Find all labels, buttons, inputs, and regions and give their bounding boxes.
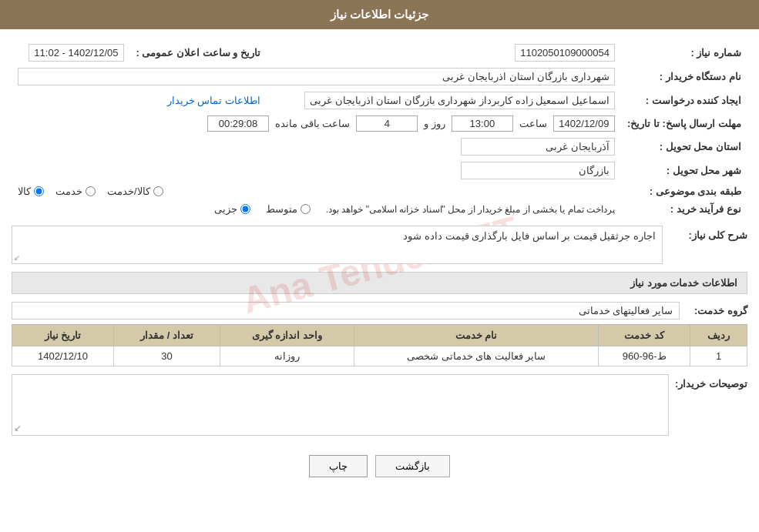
shahr-value: بازرگان <box>12 159 621 182</box>
namDastgah-value: شهرداری بازرگان استان اذربایجان غربی <box>12 65 621 89</box>
tosifKharidar-label: توصیحات خریدار: <box>675 374 747 390</box>
radio-kala-input[interactable] <box>34 186 44 196</box>
shomareNiaz-value: 1102050109000054 <box>282 41 621 65</box>
notice-text: پرداخت تمام یا بخشی از مبلغ خریدار از مح… <box>326 204 615 215</box>
col-name: نام خدمت <box>354 325 598 346</box>
tabaqe-label: طبقه بندی موضوعی : <box>621 182 747 200</box>
radio-kala-khadamat-input[interactable] <box>153 186 163 196</box>
namDastgah-box: شهرداری بازرگان استان اذربایجان غربی <box>18 68 615 85</box>
table-row: 1 ط-96-960 سایر فعالیت های خدماتی شخصی ر… <box>12 346 747 366</box>
group-khadamat-row: گروه خدمت: سایر فعالیتهای خدماتی <box>12 302 747 320</box>
mandeBaqiLabel: ساعت باقی مانده <box>275 118 350 129</box>
radio-kala-khadamat: کالا/خدمت <box>107 186 163 197</box>
cell-tarikh: 1402/12/10 <box>12 346 114 366</box>
page-header: جزئیات اطلاعات نیاز <box>0 0 759 29</box>
print-button[interactable]: چاپ <box>309 455 368 477</box>
radio-khadamat: خدمت <box>55 186 96 197</box>
radio-jozi-label: جزیی <box>214 203 237 215</box>
cell-vahed: روزانه <box>220 346 354 366</box>
button-bar: بازگشت چاپ <box>12 443 747 489</box>
tosifKharidar-container: ↙ <box>12 374 669 436</box>
page-title: جزئیات اطلاعات نیاز <box>331 8 428 21</box>
shomareNiaz-label: شماره نیاز : <box>621 41 747 65</box>
noeFarayand-label: نوع فرآیند خرید : <box>621 200 747 218</box>
ettelaatTamas-link[interactable]: اطلاعات تماس خریدار <box>167 95 260 106</box>
col-vahed: واحد اندازه گیری <box>220 325 354 346</box>
ijadKonande-box: اسماعیل اسمعیل زاده کاربرداز شهرداری باز… <box>304 92 615 109</box>
radio-khadamat-label: خدمت <box>55 186 82 197</box>
cell-radif: 1 <box>690 346 747 366</box>
khadamat-section-title: اطلاعات خدمات مورد نیاز <box>12 272 747 294</box>
saatLabel: ساعت <box>519 118 547 129</box>
radio-kala-khadamat-label: کالا/خدمت <box>107 186 150 197</box>
rozLabel: روز و <box>424 118 445 129</box>
tosifKharidar-box: ↙ <box>12 374 669 436</box>
mandeBaqi-box: 00:29:08 <box>207 115 269 132</box>
radio-motavasset-label: متوسط <box>266 203 297 215</box>
tarikhVaSaat-label: تاریخ و ساعت اعلان عمومی : <box>130 41 267 65</box>
sharhKolli-value: اجاره جرثقیل قیمت بر اساس فایل بارگذاری … <box>403 230 656 242</box>
ostan-box: آذربایجان غربی <box>461 138 615 156</box>
cell-name: سایر فعالیت های خدماتی شخصی <box>354 346 598 366</box>
col-tarikh: تاریخ نیاز <box>12 325 114 346</box>
sharh-kolli-row: شرح کلی نیاز: اجاره جرثقیل قیمت بر اساس … <box>12 226 747 264</box>
namDastgah-label: نام دستگاه خریدار : <box>621 65 747 89</box>
resize-icon-2: ↙ <box>14 423 22 433</box>
sharhKolli-box: اجاره جرثقیل قیمت بر اساس فایل بارگذاری … <box>12 226 663 264</box>
radio-khadamat-input[interactable] <box>86 186 96 196</box>
cell-kod: ط-96-960 <box>599 346 690 366</box>
ijadKonande-label: ایجاد کننده درخواست : <box>621 89 747 112</box>
shomareNiaz-box: 1102050109000054 <box>515 44 615 62</box>
saat-box: 13:00 <box>452 115 513 132</box>
radio-kala: کالا <box>18 186 44 197</box>
ostan-value: آذربایجان غربی <box>12 135 621 159</box>
cell-tedad: 30 <box>113 346 220 366</box>
mohlat-label: مهلت ارسال پاسخ: تا تاریخ: <box>621 112 747 135</box>
groupKhadamat-value: سایر فعالیتهای خدماتی <box>12 302 680 320</box>
radio-kala-label: کالا <box>18 186 31 197</box>
col-tedad: تعداد / مقدار <box>113 325 220 346</box>
tarikhVaSaat-value: 1402/12/05 - 11:02 <box>12 41 130 65</box>
col-kod: کد خدمت <box>599 325 690 346</box>
services-table: ردیف کد خدمت نام خدمت واحد اندازه گیری ت… <box>12 324 747 366</box>
shahr-box: بازرگان <box>461 162 615 179</box>
radio-motavasset-input[interactable] <box>301 204 311 214</box>
ostan-label: استان محل تحویل : <box>621 135 747 159</box>
radio-jozi: جزیی <box>214 203 250 215</box>
radio-jozi-input[interactable] <box>240 204 250 214</box>
shahr-label: شهر محل تحویل : <box>621 159 747 182</box>
tarikhVaSaat-box: 1402/12/05 - 11:02 <box>29 44 123 62</box>
tabaqe-radios: کالا/خدمت خدمت کالا <box>12 182 621 200</box>
buyer-desc-row: توصیحات خریدار: ↙ <box>12 374 747 436</box>
top-info-table: شماره نیاز : 1102050109000054 تاریخ و سا… <box>12 41 747 218</box>
col-radif: ردیف <box>690 325 747 346</box>
radio-motavasset: متوسط <box>266 203 311 215</box>
resize-icon: ↙ <box>14 253 20 262</box>
main-content: Ana Tender.NET شماره نیاز : 110205010900… <box>0 29 759 500</box>
back-button[interactable]: بازگشت <box>375 455 450 477</box>
sharhKolli-label: شرح کلی نیاز: <box>670 226 747 241</box>
mohlat-row: 1402/12/09 ساعت 13:00 روز و 4 ساعت باقی … <box>12 112 621 135</box>
ijadKonande-value: اسماعیل اسمعیل زاده کاربرداز شهرداری باز… <box>267 89 621 112</box>
groupKhadamat-label: گروه خدمت: <box>686 305 747 316</box>
roz-box: 4 <box>356 115 418 132</box>
sharhKolli-container: اجاره جرثقیل قیمت بر اساس فایل بارگذاری … <box>12 226 663 264</box>
page-wrapper: جزئیات اطلاعات نیاز Ana Tender.NET شماره… <box>0 0 759 532</box>
tarikhDate-box: 1402/12/09 <box>553 115 615 132</box>
noeFarayand-row: پرداخت تمام یا بخشی از مبلغ خریدار از مح… <box>12 200 621 218</box>
